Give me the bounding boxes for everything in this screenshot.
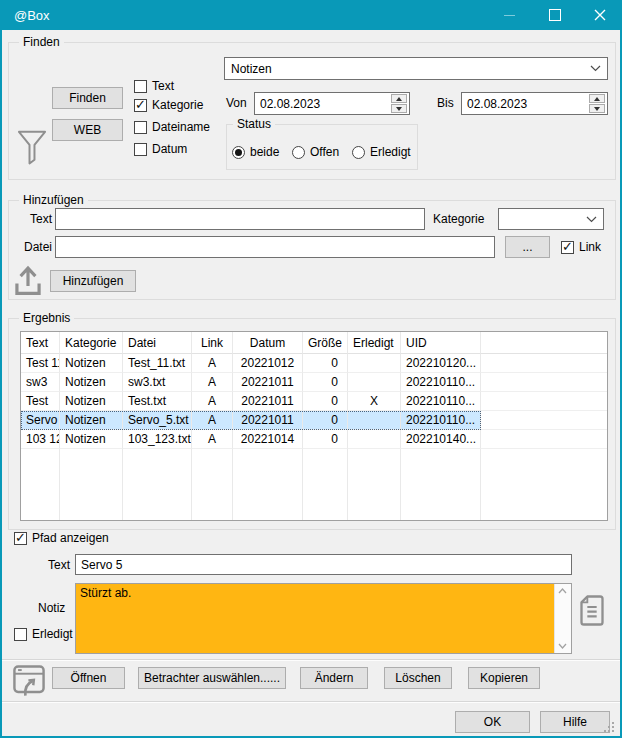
add-datei-input[interactable] (55, 236, 495, 258)
browse-button[interactable]: ... (505, 236, 550, 258)
column-header[interactable]: Kategorie (60, 332, 123, 354)
radio-circle (292, 146, 305, 159)
bis-label: Bis (437, 96, 454, 110)
loeschen-button[interactable]: Löschen (384, 667, 452, 689)
datum-filter-checkbox[interactable]: Datum (134, 142, 187, 156)
status-erledigt-radio[interactable]: Erledigt (352, 145, 411, 159)
cell (348, 411, 401, 430)
open-window-icon (12, 664, 46, 698)
column-header[interactable]: UID (401, 332, 481, 354)
text-filter-checkbox[interactable]: Text (134, 79, 174, 93)
kopieren-button[interactable]: Kopieren (468, 667, 540, 689)
kategorie-search-dropdown[interactable]: Notizen (224, 57, 608, 80)
finden-group-label: Finden (19, 35, 64, 49)
note-document-icon[interactable] (578, 594, 606, 627)
add-kategorie-label: Kategorie (433, 212, 484, 226)
link-checkbox[interactable]: Link (561, 240, 601, 254)
table-row[interactable]: sw3 Notizen sw3.txt A 20221011 0 2022101… (21, 373, 607, 392)
detail-text-input[interactable]: Servo 5 (75, 554, 572, 575)
checkbox-box (14, 628, 27, 641)
add-text-label: Text (14, 212, 52, 226)
cell (348, 430, 401, 449)
erledigt-checkbox[interactable]: Erledigt (14, 627, 73, 641)
cell: 20221011 (233, 373, 303, 392)
betrachter-auswaehlen-button[interactable]: Betrachter auswählen...... (138, 667, 286, 689)
close-button[interactable] (577, 0, 622, 30)
spinner-up-icon[interactable] (391, 94, 407, 103)
cell-filler (481, 354, 607, 373)
column-header[interactable]: Größe (303, 332, 348, 354)
von-date-spinner[interactable] (391, 94, 407, 113)
add-text-input[interactable] (55, 208, 425, 230)
cell: A (192, 354, 233, 373)
scroll-down-icon[interactable] (558, 643, 567, 649)
minimize-icon (504, 15, 515, 16)
cell: 0 (303, 373, 348, 392)
table-row-selected[interactable]: Servo 5 Notizen Servo_5.txt A 20221011 0… (21, 411, 607, 430)
notiz-text: Stürzt ab. (80, 586, 551, 600)
chevron-down-icon (590, 65, 601, 72)
web-button[interactable]: WEB (52, 119, 123, 141)
oeffnen-button[interactable]: Öffnen (52, 667, 125, 689)
column-header[interactable]: Text (21, 332, 60, 354)
divider (2, 659, 620, 661)
cell: A (192, 411, 233, 430)
table-row[interactable]: 103 123 Notizen 103_123.txt A 20221014 0… (21, 430, 607, 449)
cell: Notizen (60, 411, 123, 430)
cell: 202210110... (401, 392, 481, 411)
cell-filler (481, 373, 607, 392)
cell: 103_123.txt (123, 430, 192, 449)
filter-icon (17, 130, 47, 166)
bis-date-spinner[interactable] (589, 94, 605, 113)
cell: Notizen (60, 392, 123, 411)
maximize-button[interactable] (532, 0, 577, 30)
cell: 202210110... (401, 411, 481, 430)
notiz-scrollbar[interactable] (554, 584, 571, 653)
scroll-up-icon[interactable] (558, 588, 567, 594)
dateiname-filter-checkbox[interactable]: Dateiname (134, 120, 210, 134)
cell: 103 123 (21, 430, 60, 449)
column-header[interactable]: Link (192, 332, 233, 354)
spinner-down-icon[interactable] (391, 104, 407, 113)
aendern-button[interactable]: Ändern (300, 667, 368, 689)
cell: 0 (303, 430, 348, 449)
ok-button[interactable]: OK (455, 711, 530, 733)
table-row[interactable]: Test Notizen Test.txt A 20221011 0 X 202… (21, 392, 607, 411)
table-row[interactable]: Test 11 Notizen Test_11.txt A 20221012 0… (21, 354, 607, 373)
cell: 20221011 (233, 411, 303, 430)
status-beide-radio[interactable]: beide (232, 145, 279, 159)
hinzufuegen-button[interactable]: Hinzufügen (50, 270, 136, 292)
cell: Test.txt (123, 392, 192, 411)
cell: sw3 (21, 373, 60, 392)
cell: 0 (303, 392, 348, 411)
hilfe-button[interactable]: Hilfe (540, 711, 610, 733)
cell: 0 (303, 411, 348, 430)
von-date-input[interactable]: 02.08.2023 (254, 92, 410, 115)
cell: Servo_5.txt (123, 411, 192, 430)
finden-button[interactable]: Finden (52, 87, 123, 109)
cell: 20221014 (233, 430, 303, 449)
checkbox-box (134, 121, 147, 134)
column-header[interactable]: Erledigt (348, 332, 401, 354)
cell (348, 354, 401, 373)
column-header[interactable]: Datum (233, 332, 303, 354)
notiz-textarea[interactable]: Stürzt ab. (75, 583, 572, 654)
cell: A (192, 430, 233, 449)
resize-grip[interactable] (602, 720, 616, 734)
kategorie-filter-checkbox[interactable]: Kategorie (134, 98, 203, 112)
dialog-window: @Box Finden Finden WEB Text Kategorie Da… (0, 0, 622, 738)
column-header[interactable]: Datei (123, 332, 192, 354)
cell: 202210120... (401, 354, 481, 373)
radio-circle (232, 146, 245, 159)
ergebnis-group-label: Ergebnis (19, 311, 74, 325)
detail-text-label: Text (30, 558, 70, 572)
table-header-row: Text Kategorie Datei Link Datum Größe Er… (21, 332, 607, 354)
bis-date-input[interactable]: 02.08.2023 (461, 92, 608, 115)
status-offen-radio[interactable]: Offen (292, 145, 339, 159)
radio-circle (352, 146, 365, 159)
spinner-up-icon[interactable] (589, 94, 605, 103)
pfad-anzeigen-checkbox[interactable]: Pfad anzeigen (14, 531, 109, 545)
spinner-down-icon[interactable] (589, 104, 605, 113)
minimize-button (487, 0, 532, 30)
add-kategorie-dropdown[interactable] (498, 208, 604, 230)
